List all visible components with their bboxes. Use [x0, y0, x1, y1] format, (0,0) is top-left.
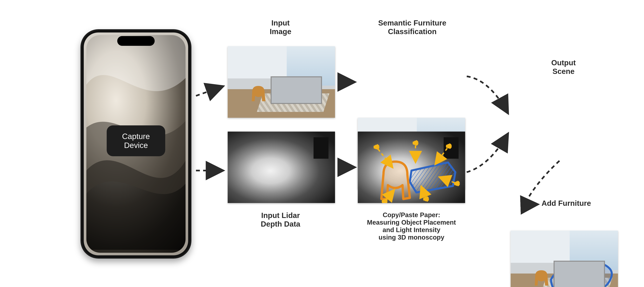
capture-device-label: Capture Device: [110, 132, 162, 150]
copypaste-label: Copy/Paste Paper: Measuring Object Place…: [350, 211, 473, 241]
output-scene-label: Output Scene: [521, 58, 606, 76]
table-highlight-depth: [410, 162, 455, 193]
copypaste-overlay: [358, 132, 465, 203]
armchair-shape: [247, 76, 270, 105]
copypaste-panel: [358, 132, 465, 203]
svg-point-6: [446, 144, 451, 148]
arrow-output-to-add: [525, 161, 560, 204]
add-furniture-label: Add Furniture: [542, 199, 626, 208]
svg-point-2: [374, 145, 379, 149]
capture-device-badge: Capture Device: [107, 125, 165, 156]
input-lidar-label: Input Lidar Depth Data: [230, 211, 331, 228]
chair-highlight-depth: [381, 162, 410, 199]
added-furniture-outline: [551, 262, 612, 287]
depth-dark-block: [314, 137, 328, 159]
output-scene-panel: [511, 231, 618, 287]
svg-point-8: [455, 181, 459, 186]
diagram-stage: Capture Device Input Image Input Lidar D…: [0, 0, 644, 287]
input-image-label: Input Image: [230, 19, 331, 36]
output-overlay: [511, 231, 618, 287]
arrow-phone-to-image: [196, 86, 224, 96]
svg-line-7: [437, 148, 447, 162]
phone-dynamic-island: [117, 36, 155, 46]
arrow-copypaste-to-output: [467, 133, 508, 172]
input-lidar-panel: [228, 132, 335, 203]
semantic-classification-label: Semantic Furniture Classification: [354, 19, 471, 36]
svg-line-3: [378, 149, 391, 166]
arrow-semantic-to-output: [467, 76, 508, 114]
input-image-panel: [228, 46, 335, 118]
capture-device-phone: Capture Device: [80, 29, 192, 259]
svg-point-10: [424, 197, 428, 201]
svg-point-4: [413, 141, 418, 145]
